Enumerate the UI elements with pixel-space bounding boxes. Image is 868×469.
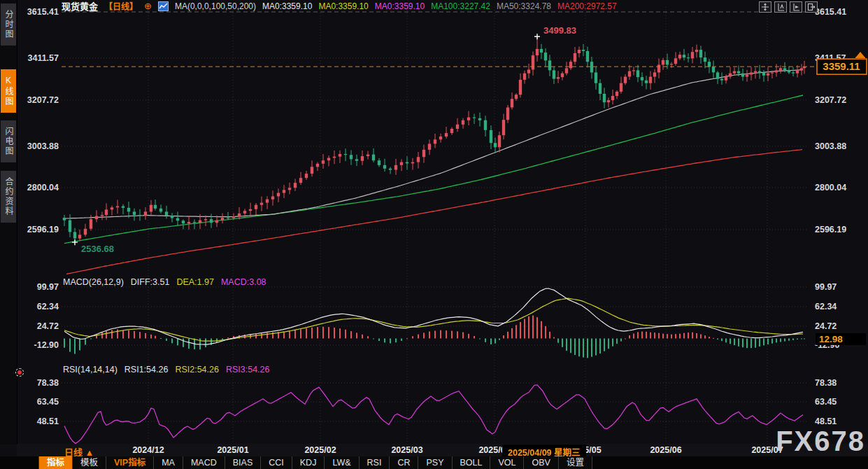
toolbar-item-ma[interactable]: MA — [154, 456, 183, 469]
axis-tick: 3411.57 — [28, 53, 59, 63]
toolbar-item-bias[interactable]: BIAS — [225, 456, 262, 469]
toolbar-item-vip[interactable]: VIP指标 — [106, 456, 154, 469]
toolbar-item-cci[interactable]: CCI — [261, 456, 292, 469]
toolbar-item-[interactable]: 模板 — [73, 456, 106, 469]
symbol-name: 现货黄金 — [62, 0, 98, 13]
axis-tick: 24.72 — [815, 321, 837, 331]
axis-tick: -12.90 — [34, 340, 59, 350]
ma0-value-3: MA0:3359.10 — [375, 1, 425, 11]
toolbar-item-rsi[interactable]: RSI — [360, 456, 390, 469]
ma50-value: MA50:3324.78 — [497, 1, 551, 11]
axis-tick: 2800.04 — [815, 183, 846, 192]
high-annotation: 3499.83 — [543, 25, 576, 36]
axis-tick: 48.51 — [37, 416, 59, 426]
toolbar-item-[interactable]: 设置 — [559, 456, 592, 469]
ma100-line — [64, 95, 803, 244]
toolbar-items: 指标模板VIP指标MAMACDBIASCCIKDJLW&RSICRPSYBOLL… — [38, 456, 592, 469]
toolbar-item-psy[interactable]: PSY — [418, 456, 452, 469]
macd-diff-value: DIFF:3.51 — [131, 277, 170, 287]
toolbar-item-boll[interactable]: BOLL — [453, 456, 491, 469]
axis-tick: 62.34 — [37, 302, 59, 312]
toolbar-item-kdj[interactable]: KDJ — [292, 456, 325, 469]
axis-tick: 78.38 — [815, 378, 837, 388]
pan-crosshair-icon[interactable] — [759, 1, 771, 13]
axis-tick: 3003.88 — [27, 141, 59, 151]
macd-pane-header: MACD(26,12,9) DIFF:3.51 DEA:1.97 MACD:3.… — [63, 277, 266, 287]
rsi-title: RSI(14,14,14) — [63, 365, 118, 374]
add-compare-icon[interactable]: ⊕ — [144, 1, 152, 11]
axis-tick: 3207.72 — [27, 95, 59, 105]
mini-chart-icon[interactable] — [158, 1, 169, 11]
bottom-toolbar: 指标模板VIP指标MAMACDBIASCCIKDJLW&RSICRPSYBOLL… — [0, 456, 868, 469]
date-label: 2025/02 — [304, 445, 336, 455]
date-label: 2025/03 — [391, 445, 422, 455]
rsi-pane-header: RSI(14,14,14) RSI1:54.26 RSI2:54.26 RSI3… — [63, 365, 269, 374]
axis-tick: 3615.41 — [815, 7, 846, 17]
toolbar-item-[interactable]: 指标 — [38, 456, 73, 469]
macd-dea-value: DEA:1.97 — [176, 277, 214, 287]
axis-tick: 3003.88 — [815, 141, 846, 151]
chart-app: 分时图 K线图 闪电图 合约资料 现货黄金 【日线】 ⊕ MA(0,0,0,10… — [0, 0, 868, 469]
rsi2-value: RSI2:54.26 — [175, 365, 219, 374]
axis-tick: 99.97 — [815, 282, 837, 292]
axis-tick: 78.38 — [37, 378, 59, 388]
ma200-value: MA200:2972.57 — [557, 1, 617, 11]
toolbar-item-cr[interactable]: CR — [390, 456, 418, 469]
date-axis: 日线 ▲ 2024/122025/012025/022025/032025/04… — [17, 444, 868, 456]
axis-tick: 24.72 — [37, 321, 59, 331]
axis-tick: 99.97 — [37, 282, 59, 292]
high-marker — [534, 34, 540, 39]
low-marker — [72, 239, 78, 245]
exit-expand-icon[interactable] — [805, 1, 818, 13]
axis-tick: 2800.04 — [27, 183, 59, 192]
watermark: FX678 — [776, 426, 865, 457]
date-label: 2025/06 — [650, 445, 681, 455]
chart-header: 现货黄金 【日线】 ⊕ MA(0,0,0,100,50,200) MA0:335… — [62, 1, 617, 11]
axis-tick: 3615.41 — [27, 7, 59, 17]
macd-macd-value: MACD:3.08 — [221, 277, 266, 287]
ma0-value-1: MA0:3359.10 — [262, 1, 312, 11]
axis-tick: 48.51 — [815, 416, 837, 426]
ma50-line — [64, 70, 803, 219]
toolbar-item-obv[interactable]: OBV — [524, 456, 558, 469]
macd-histogram — [64, 316, 805, 358]
date-label: 2024/12 — [132, 445, 164, 455]
axis-tick: 2596.19 — [27, 225, 59, 234]
axis-tick: 2596.19 — [815, 225, 846, 234]
chart-tools — [759, 1, 818, 13]
price-alert-marker — [855, 52, 865, 57]
axis-tick: 62.34 — [815, 302, 837, 312]
rsi3-value: RSI3:54.26 — [226, 365, 270, 374]
toolbar-item-macd[interactable]: MACD — [183, 456, 225, 469]
low-annotation: 2536.68 — [81, 244, 114, 254]
rsi-settings-icon[interactable] — [15, 368, 24, 377]
date-label: 2025/01 — [217, 445, 248, 455]
svg-text:3359.11: 3359.11 — [823, 60, 860, 72]
axis-tick: 63.45 — [815, 397, 837, 407]
ma200-line — [66, 150, 802, 274]
axis-tick: 63.45 — [37, 397, 59, 407]
axis-scale-up-icon[interactable] — [774, 1, 787, 13]
ma-settings-label: MA(0,0,0,100,50,200) — [175, 1, 256, 11]
ma100-value: MA100:3227.42 — [431, 1, 490, 11]
toolbar-item-vol[interactable]: VOL — [490, 456, 524, 469]
svg-text:12.98: 12.98 — [819, 334, 843, 344]
rsi-line — [64, 385, 803, 444]
ma0-value-2: MA0:3359.10 — [318, 1, 368, 11]
period-tag: 【日线】 — [104, 0, 138, 12]
axis-tick: 3207.72 — [815, 95, 846, 105]
axis-scale-right-icon[interactable] — [790, 1, 802, 13]
chart-canvas[interactable]: 3499.832536.683615.413615.413411.573411.… — [0, 0, 868, 469]
macd-title: MACD(26,12,9) — [63, 277, 124, 287]
macd-value-tag: 12.98 — [816, 333, 866, 345]
rsi1-value: RSI1:54.26 — [124, 365, 169, 374]
toolbar-item-lw[interactable]: LW& — [325, 456, 359, 469]
